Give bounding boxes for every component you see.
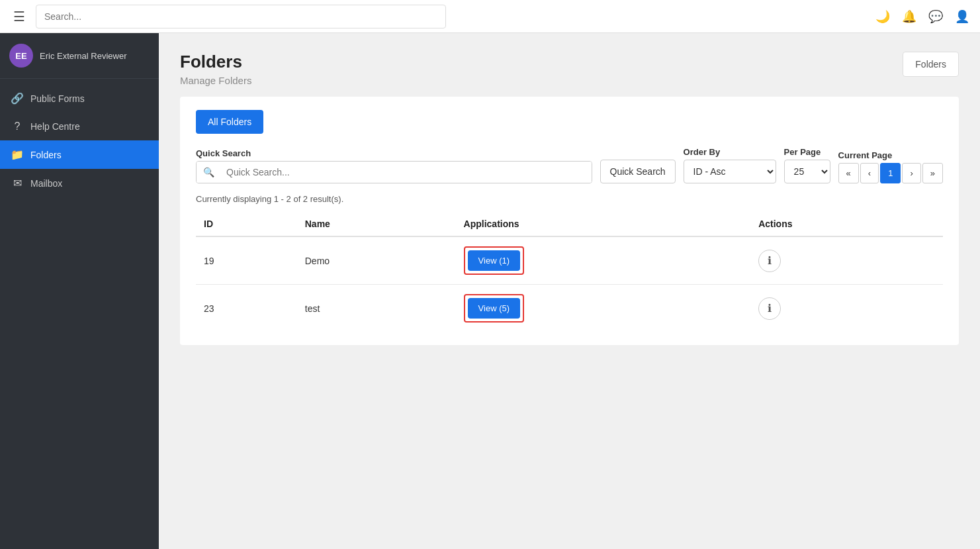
order-by-label: Order By [684,147,776,157]
row-id-23: 23 [196,285,297,332]
row-name-test: test [297,285,456,332]
sidebar-item-folders[interactable]: 📁 Folders [0,140,159,169]
sidebar-item-label-help-centre: Help Centre [30,121,80,132]
content-header: Folders Manage Folders Folders [159,33,980,97]
avatar: EE [9,44,33,68]
sidebar-item-label-folders: Folders [30,150,62,160]
per-page-select[interactable]: 10 25 50 100 [784,160,830,183]
content-area: Folders Manage Folders Folders All Folde… [159,33,980,549]
main-panel: All Folders Quick Search 🔍 Quick Search … [180,97,959,345]
row-applications-demo: View (1) [456,236,751,285]
topbar-icons: 🌙 🔔 💬 👤 [875,9,969,24]
pagination-first-button[interactable]: « [838,163,859,183]
sidebar-username: Eric External Reviewer [40,51,127,61]
pagination-group: Current Page « ‹ 1 › » [838,150,943,183]
mail-icon: ✉ [11,177,24,189]
column-header-applications: Applications [456,212,751,236]
main-layout: EE Eric External Reviewer 🔗 Public Forms… [0,33,980,549]
sidebar-item-mailbox[interactable]: ✉ Mailbox [0,169,159,197]
row-applications-test: View (5) [456,285,751,332]
info-test-button[interactable]: ℹ [758,297,781,320]
search-icon-button[interactable]: 🔍 [197,162,221,183]
topbar: ☰ 🌙 🔔 💬 👤 [0,0,980,33]
table-body: 19 Demo View (1) ℹ 23 test [196,236,943,332]
row-actions-test: ℹ [750,285,943,332]
pagination-last-button[interactable]: » [922,163,943,183]
notifications-icon[interactable]: 🔔 [902,9,916,24]
sidebar-nav: 🔗 Public Forms ? Help Centre 📁 Folders ✉… [0,79,159,203]
all-folders-button[interactable]: All Folders [196,110,263,134]
page-subtitle: Manage Folders [180,75,251,86]
question-icon: ? [11,121,24,132]
page-title-group: Folders Manage Folders [180,52,251,86]
table-header: ID Name Applications Actions [196,212,943,236]
pagination-controls: « ‹ 1 › » [838,163,943,183]
info-demo-button[interactable]: ℹ [758,250,781,272]
view-demo-button[interactable]: View (1) [468,250,520,271]
current-page-label: Current Page [838,150,943,160]
sidebar: EE Eric External Reviewer 🔗 Public Forms… [0,33,159,549]
global-search-input[interactable] [36,5,446,28]
chat-icon[interactable]: 💬 [928,9,943,24]
result-count: Currently displaying 1 - 2 of 2 result(s… [196,194,943,204]
row-actions-demo: ℹ [750,236,943,285]
quick-search-input[interactable] [221,162,592,183]
order-by-group: Order By ID - Asc ID - Desc Name - Asc N… [684,147,776,183]
page-title: Folders [180,52,251,72]
table-row: 23 test View (5) ℹ [196,285,943,332]
breadcrumb: Folders [903,52,959,77]
pagination-current-button[interactable]: 1 [880,163,901,183]
quick-search-group: Quick Search 🔍 [196,148,592,183]
user-profile-icon[interactable]: 👤 [955,9,969,24]
pagination-prev-button[interactable]: ‹ [860,163,879,183]
column-header-name: Name [297,212,456,236]
table-row: 19 Demo View (1) ℹ [196,236,943,285]
quick-search-button[interactable]: Quick Search [600,160,676,183]
column-header-id: ID [196,212,297,236]
hamburger-icon[interactable]: ☰ [11,6,28,27]
dark-mode-icon[interactable]: 🌙 [875,9,890,24]
per-page-group: Per Page 10 25 50 100 [784,147,830,183]
quick-search-label: Quick Search [196,148,592,158]
pagination-next-button[interactable]: › [902,163,920,183]
search-row: Quick Search 🔍 Quick Search Order By ID … [196,147,943,183]
row-name-demo: Demo [297,236,456,285]
sidebar-item-help-centre[interactable]: ? Help Centre [0,113,159,140]
order-by-select[interactable]: ID - Asc ID - Desc Name - Asc Name - Des… [684,160,776,183]
folder-icon: 📁 [11,148,24,161]
view-test-button[interactable]: View (5) [468,298,520,319]
search-input-wrap: 🔍 [196,161,592,183]
link-icon: 🔗 [11,92,24,105]
data-table: ID Name Applications Actions 19 Demo Vie… [196,212,943,332]
per-page-label: Per Page [784,147,830,157]
table-header-row: ID Name Applications Actions [196,212,943,236]
sidebar-user: EE Eric External Reviewer [0,33,159,79]
applications-highlight-demo: View (1) [464,246,524,275]
applications-highlight-test: View (5) [464,294,524,323]
sidebar-item-label-public-forms: Public Forms [30,93,85,104]
sidebar-item-public-forms[interactable]: 🔗 Public Forms [0,84,159,113]
row-id-19: 19 [196,236,297,285]
column-header-actions: Actions [750,212,943,236]
sidebar-item-label-mailbox: Mailbox [30,178,62,189]
